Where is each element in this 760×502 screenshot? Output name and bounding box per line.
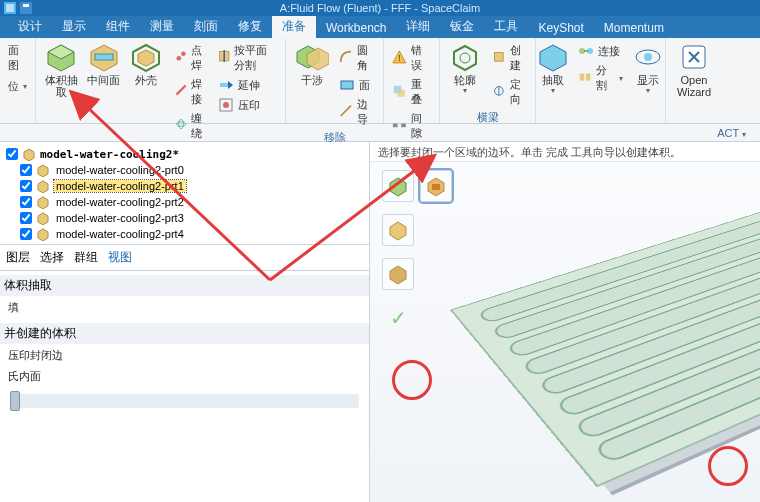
svg-point-30 xyxy=(460,53,470,63)
tab-facet[interactable]: 刻面 xyxy=(184,15,228,38)
act-label: ACT xyxy=(717,127,739,139)
svg-marker-29 xyxy=(454,46,476,70)
tree-item-1-checkbox[interactable] xyxy=(20,180,32,192)
btn-outline-label: 轮廓 xyxy=(454,74,476,86)
btn-split[interactable]: 分割▾ xyxy=(576,62,626,94)
tab-sheetmetal[interactable]: 钣金 xyxy=(440,15,484,38)
toolbtn-finish[interactable]: ✓ xyxy=(382,302,414,334)
paneltab-views[interactable]: 视图 xyxy=(108,249,132,266)
btn-edgeguide[interactable]: 边导 xyxy=(337,96,378,128)
group-analysis: 体积抽取 中间面 外壳 点焊 焊接 缠绕 按平面分割 延伸 xyxy=(36,38,286,123)
gap-icon xyxy=(392,118,407,134)
tab-assembly[interactable]: 组件 xyxy=(96,15,140,38)
btn-outline[interactable]: 轮廓 ▾ xyxy=(444,42,486,108)
btn-volume-extract-label: 体积抽取 xyxy=(42,74,80,98)
tree-item-2-checkbox[interactable] xyxy=(20,196,32,208)
tab-tools[interactable]: 工具 xyxy=(484,15,528,38)
svg-rect-51 xyxy=(432,184,440,190)
btn-interference[interactable]: 干涉 xyxy=(291,42,333,128)
weld-icon xyxy=(175,84,187,100)
btn-spotweld[interactable]: 点焊 xyxy=(173,42,210,74)
overlap-icon xyxy=(392,84,407,100)
btn-weld[interactable]: 焊接 xyxy=(173,76,210,108)
paneltab-groups[interactable]: 群组 xyxy=(74,249,98,266)
tree-item-0-checkbox[interactable] xyxy=(20,164,32,176)
btn-locate[interactable]: 位▾ xyxy=(6,78,29,95)
svg-line-22 xyxy=(341,106,351,116)
tab-repair[interactable]: 修复 xyxy=(228,15,272,38)
cooling-plate xyxy=(450,205,760,487)
btn-shell[interactable]: 外壳 xyxy=(127,42,165,142)
btn-orient[interactable]: 定向 xyxy=(490,76,531,108)
svg-marker-49 xyxy=(390,178,406,196)
paneltab-layers[interactable]: 图层 xyxy=(6,249,30,266)
wizard-icon xyxy=(677,42,711,72)
tree-item-3-checkbox[interactable] xyxy=(20,212,32,224)
tree-item-4[interactable]: model-water-cooling2-prt4 xyxy=(6,226,363,242)
tree-item-1-label: model-water-cooling2-prt1 xyxy=(54,180,186,192)
tree-item-1[interactable]: model-water-cooling2-prt1 xyxy=(6,178,363,194)
svg-rect-1 xyxy=(6,4,14,12)
opacity-slider[interactable] xyxy=(10,394,359,408)
part-icon xyxy=(36,211,50,225)
btn-shell-label: 外壳 xyxy=(135,74,157,86)
btn-show[interactable]: 显示▾ xyxy=(629,42,666,95)
svg-marker-47 xyxy=(38,213,48,225)
tab-display[interactable]: 显示 xyxy=(52,15,96,38)
btn-overlap[interactable]: 重叠 xyxy=(390,76,433,108)
tool-stack: ✓ xyxy=(382,170,452,334)
save-icon[interactable] xyxy=(20,2,32,14)
btn-splitbyplane[interactable]: 按平面分割 xyxy=(216,42,279,74)
tree-item-4-checkbox[interactable] xyxy=(20,228,32,240)
btn-frame[interactable]: 面图 xyxy=(6,42,29,74)
btn-gap[interactable]: 间隙 xyxy=(390,110,433,142)
orient-icon xyxy=(492,84,506,100)
btn-midsurface[interactable]: 中间面 xyxy=(84,42,122,142)
model-tree: model-water-cooling2* model-water-coolin… xyxy=(0,142,369,245)
btn-create[interactable]: 创建 xyxy=(490,42,531,74)
btn-wrap[interactable]: 缠绕 xyxy=(173,110,210,142)
svg-point-13 xyxy=(179,120,184,129)
btn-volume-extract[interactable]: 体积抽取 xyxy=(42,42,80,142)
svg-rect-21 xyxy=(341,81,353,89)
toolbtn-body[interactable] xyxy=(382,258,414,290)
tree-root-label: model-water-cooling2* xyxy=(40,148,179,161)
tab-workbench[interactable]: Workbench xyxy=(316,18,396,38)
svg-rect-27 xyxy=(393,124,398,128)
tab-momentum[interactable]: Momentum xyxy=(594,18,674,38)
tab-prepare[interactable]: 准备 xyxy=(272,15,316,38)
btn-locate-label: 位 xyxy=(8,79,19,94)
svg-marker-43 xyxy=(24,149,34,161)
btn-open-wizard[interactable]: Open Wizard xyxy=(670,42,718,98)
tab-measure[interactable]: 测量 xyxy=(140,15,184,38)
paneltab-select[interactable]: 选择 xyxy=(40,249,64,266)
btn-imprint[interactable]: 压印 xyxy=(216,96,279,114)
btn-wrap-label: 缠绕 xyxy=(191,111,208,141)
toolbtn-face[interactable] xyxy=(382,214,414,246)
tab-design[interactable]: 设计 xyxy=(8,15,52,38)
viewport[interactable]: 选择要封闭一个区域的边环。单击 完成 工具向导以创建体积。 ✓ X Y Z xyxy=(370,142,760,502)
tree-item-3-label: model-water-cooling2-prt3 xyxy=(54,212,186,224)
toolbtn-volume[interactable] xyxy=(382,170,414,202)
btn-interference-label: 干涉 xyxy=(301,74,323,86)
btn-extract[interactable]: 抽取▾ xyxy=(535,42,572,95)
ribbon-tabs: 设计 显示 组件 测量 刻面 修复 准备 Workbench 详细 钣金 工具 … xyxy=(0,16,760,38)
tab-keyshot[interactable]: KeyShot xyxy=(528,18,593,38)
btn-extend[interactable]: 延伸 xyxy=(216,76,279,94)
toolbtn-volume-sel[interactable] xyxy=(420,170,452,202)
tab-detail[interactable]: 详细 xyxy=(396,15,440,38)
btn-round[interactable]: 圆角 xyxy=(337,42,378,74)
tree-root-checkbox[interactable] xyxy=(6,148,18,160)
tree-item-3[interactable]: model-water-cooling2-prt3 xyxy=(6,210,363,226)
spotweld-icon xyxy=(175,50,187,66)
tree-item-2[interactable]: model-water-cooling2-prt2 xyxy=(6,194,363,210)
btn-connect[interactable]: 连接 xyxy=(576,42,626,60)
svg-point-41 xyxy=(644,53,652,61)
part-icon xyxy=(36,163,50,177)
btn-face[interactable]: 面 xyxy=(337,76,378,94)
tree-root[interactable]: model-water-cooling2* xyxy=(6,146,363,162)
svg-text:!: ! xyxy=(398,54,400,63)
btn-error[interactable]: !错误 xyxy=(390,42,433,74)
tree-item-0[interactable]: model-water-cooling2-prt0 xyxy=(6,162,363,178)
slider-thumb[interactable] xyxy=(10,391,20,411)
